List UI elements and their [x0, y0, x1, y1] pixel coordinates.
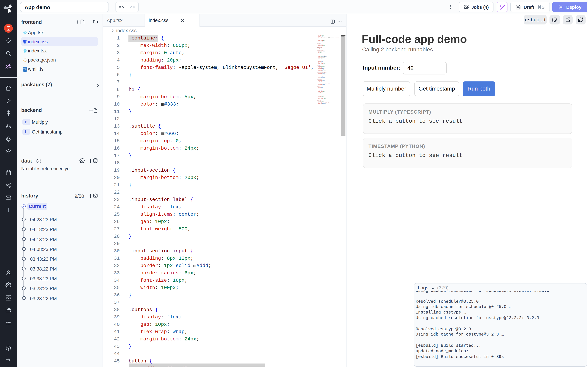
svg-text:3: 3 [24, 41, 25, 43]
